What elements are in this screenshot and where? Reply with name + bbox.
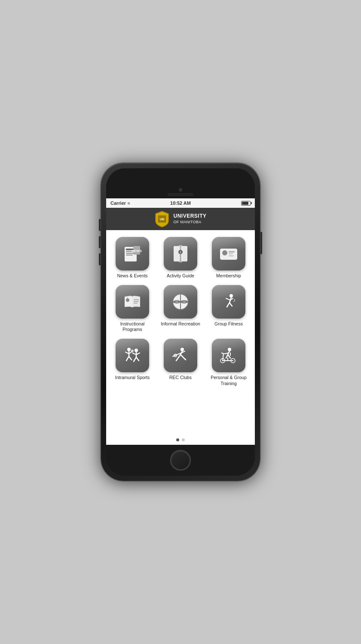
screen: Carrier ≈ 10:52 AM UM (106, 198, 255, 445)
svg-point-47 (131, 349, 134, 352)
svg-point-15 (222, 250, 227, 255)
instructional-programs-icon (116, 285, 149, 319)
svg-rect-10 (181, 246, 187, 261)
svg-text:NEWS: NEWS (132, 249, 142, 253)
runner-svg: ♪ (217, 291, 240, 313)
membership-icon (212, 237, 245, 270)
intramural-sports-label: Intramural Sports (115, 375, 150, 381)
pagination (106, 434, 255, 445)
phone-inner: Carrier ≈ 10:52 AM UM (106, 168, 255, 476)
home-button[interactable] (171, 450, 190, 470)
svg-point-28 (229, 294, 233, 298)
app-news-events[interactable]: NEWS News & Events (111, 237, 153, 279)
personal-group-training-icon (212, 339, 245, 372)
wifi-icon: ≈ (128, 201, 130, 206)
news-icon: NEWS (121, 243, 144, 265)
svg-rect-21 (134, 299, 139, 300)
app-activity-guide[interactable]: i Activity Guide (159, 237, 202, 279)
app-intramural-sports[interactable]: Intramural Sports (111, 339, 153, 386)
carrier-label: Carrier (110, 200, 126, 206)
svg-line-51 (181, 351, 185, 353)
svg-line-40 (129, 356, 132, 360)
news-events-icon: NEWS (116, 237, 149, 270)
news-events-label: News & Events (117, 273, 147, 279)
svg-rect-17 (229, 253, 233, 254)
top-bezel (106, 168, 255, 198)
group-fitness-icon: ♪ (212, 285, 245, 319)
informal-recreation-label: Informal Recreation (161, 321, 200, 327)
svg-text:♪: ♪ (233, 297, 236, 303)
header-bar: UM University of Manitoba (106, 208, 255, 230)
svg-rect-3 (126, 249, 135, 250)
svg-line-39 (126, 356, 129, 361)
status-time: 10:52 AM (170, 200, 191, 206)
svg-rect-9 (174, 246, 180, 261)
bottom-bezel (106, 445, 255, 476)
rec-clubs-icon (164, 339, 197, 372)
instructional-svg (121, 291, 144, 313)
app-grid: NEWS News & Events (111, 237, 250, 386)
svg-point-35 (127, 348, 131, 351)
status-left: Carrier ≈ (110, 200, 130, 206)
instructional-programs-label: Instructional Programs (111, 321, 153, 333)
header-line1: University (173, 213, 206, 220)
app-informal-recreation[interactable]: Informal Recreation (159, 285, 202, 333)
speaker (168, 193, 193, 196)
svg-rect-23 (134, 303, 138, 304)
basketball-svg (169, 291, 192, 313)
svg-line-30 (226, 298, 230, 300)
dot-1 (176, 438, 179, 441)
activity-guide-icon: i (164, 237, 197, 270)
fencing-svg (169, 344, 192, 367)
svg-point-55 (228, 348, 231, 351)
intramural-sports-icon (116, 339, 149, 372)
cycling-svg (217, 344, 240, 367)
university-logo: UM (154, 210, 170, 228)
svg-text:i: i (180, 250, 181, 254)
status-right (241, 201, 251, 206)
svg-text:UM: UM (160, 218, 165, 221)
dot-2 (182, 438, 185, 441)
svg-line-63 (222, 353, 223, 354)
battery-icon (241, 201, 251, 206)
battery-fill (242, 202, 248, 205)
header-title: University of Manitoba (173, 213, 206, 225)
svg-line-33 (229, 303, 232, 306)
app-membership[interactable]: Membership (208, 237, 250, 279)
app-grid-container: NEWS News & Events (106, 230, 255, 434)
phone-device: Carrier ≈ 10:52 AM UM (101, 163, 260, 481)
personal-group-training-label: Personal & Group Training (208, 375, 250, 386)
rec-clubs-label: REC Clubs (169, 375, 192, 381)
app-personal-group-training[interactable]: Personal & Group Training (208, 339, 250, 386)
group-fitness-label: Group Fitness (214, 321, 243, 327)
svg-point-19 (126, 298, 129, 302)
informal-recreation-icon (164, 285, 197, 319)
svg-line-53 (180, 355, 186, 360)
app-rec-clubs[interactable]: REC Clubs (159, 339, 202, 386)
membership-label: Membership (216, 273, 241, 279)
svg-line-60 (223, 354, 223, 361)
activity-guide-svg: i (169, 243, 192, 265)
svg-rect-18 (229, 255, 234, 256)
svg-rect-7 (133, 246, 140, 255)
players-svg (121, 344, 144, 367)
camera (179, 188, 182, 191)
svg-line-45 (134, 357, 136, 361)
app-instructional-programs[interactable]: Instructional Programs (111, 285, 153, 333)
svg-line-43 (132, 353, 136, 355)
svg-rect-16 (229, 251, 235, 252)
status-bar: Carrier ≈ 10:52 AM (106, 198, 255, 208)
svg-line-46 (136, 357, 139, 361)
svg-point-48 (180, 348, 184, 351)
svg-point-41 (135, 349, 138, 352)
svg-rect-22 (134, 301, 139, 302)
membership-svg (217, 243, 240, 265)
header-line2: of Manitoba (173, 220, 206, 225)
svg-rect-6 (126, 255, 133, 255)
activity-guide-label: Activity Guide (167, 273, 194, 279)
svg-line-32 (227, 303, 229, 307)
app-group-fitness[interactable]: ♪ Group Fitness (208, 285, 250, 333)
